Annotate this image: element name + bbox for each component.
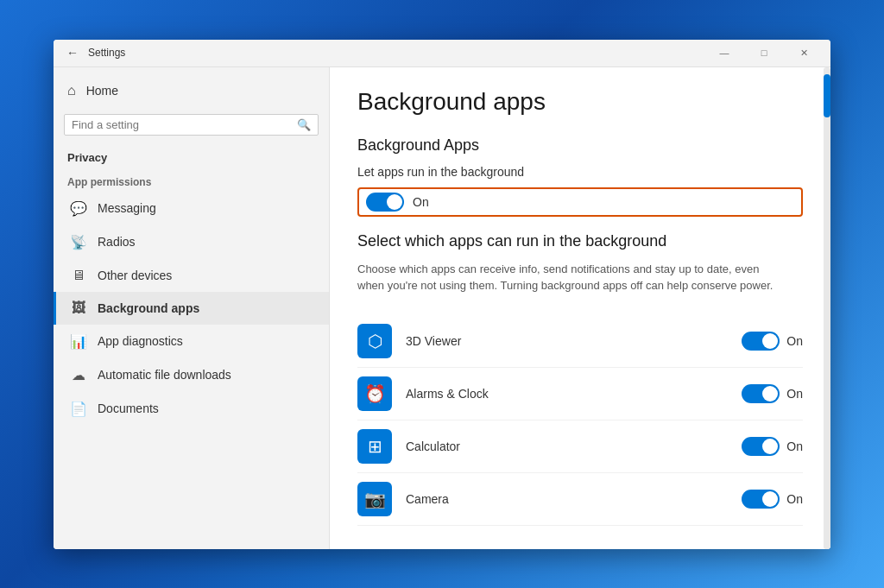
- auto-downloads-icon: ☁: [70, 367, 87, 383]
- app-row-calculator: ⊞ Calculator On: [357, 420, 803, 473]
- titlebar: ← Settings — □ ✕: [54, 40, 830, 67]
- sidebar-item-documents[interactable]: 📄 Documents: [54, 392, 329, 426]
- privacy-section-label: Privacy: [54, 142, 329, 166]
- scrollbar-thumb: [824, 74, 830, 117]
- search-input[interactable]: [72, 118, 297, 131]
- select-apps-section-title: Select which apps can run in the backgro…: [357, 232, 803, 250]
- calculator-toggle-state: On: [786, 439, 803, 453]
- alarms-clock-toggle[interactable]: [742, 384, 780, 403]
- alarms-clock-toggle-row: On: [742, 384, 803, 403]
- app-name-alarms-clock: Alarms & Clock: [406, 387, 742, 401]
- camera-toggle-row: On: [742, 490, 803, 509]
- toggle-description-label: Let apps run in the background: [357, 165, 803, 179]
- app-diagnostics-icon: 📊: [70, 333, 87, 350]
- sidebar-item-background-apps[interactable]: 🖼 Background apps: [54, 292, 329, 325]
- radios-label: Radios: [98, 235, 136, 249]
- calculator-toggle-row: On: [742, 437, 803, 456]
- app-diagnostics-label: App diagnostics: [98, 334, 183, 348]
- 3d-viewer-icon: ⬡: [357, 324, 392, 358]
- toggle-knob: [762, 333, 778, 349]
- toggle-knob: [762, 439, 778, 454]
- sidebar-item-messaging[interactable]: 💬 Messaging: [54, 192, 329, 225]
- main-background-toggle[interactable]: [366, 193, 404, 212]
- home-icon: ⌂: [67, 83, 76, 98]
- app-row-camera: 📷 Camera On: [357, 473, 803, 526]
- search-icon: 🔍: [297, 118, 311, 131]
- camera-toggle[interactable]: [742, 490, 780, 509]
- 3d-viewer-toggle[interactable]: [742, 332, 780, 351]
- alarms-clock-toggle-state: On: [786, 387, 803, 401]
- toggle-knob: [762, 491, 778, 507]
- main-content: Background apps Background Apps Let apps…: [330, 67, 830, 549]
- background-apps-icon: 🖼: [70, 300, 87, 316]
- app-name-3d-viewer: 3D Viewer: [406, 334, 742, 348]
- 3d-viewer-toggle-state: On: [786, 334, 803, 348]
- 3d-viewer-toggle-row: On: [742, 332, 803, 351]
- back-button[interactable]: ←: [60, 41, 85, 65]
- toggle-knob: [387, 194, 402, 210]
- window-controls: — □ ✕: [704, 40, 824, 67]
- documents-label: Documents: [98, 401, 159, 415]
- app-permissions-label: App permissions: [54, 166, 329, 192]
- calculator-toggle[interactable]: [742, 437, 780, 456]
- other-devices-label: Other devices: [98, 269, 172, 282]
- close-button[interactable]: ✕: [784, 40, 824, 67]
- app-name-calculator: Calculator: [406, 439, 742, 453]
- auto-downloads-label: Automatic file downloads: [98, 368, 231, 382]
- main-toggle-highlighted: On: [357, 187, 803, 217]
- settings-window: ← Settings — □ ✕ ⌂ Home 🔍 Privacy App: [54, 40, 830, 549]
- app-row-3d-viewer: ⬡ 3D Viewer On: [357, 315, 803, 368]
- sidebar-item-automatic-file-downloads[interactable]: ☁ Automatic file downloads: [54, 358, 329, 392]
- scrollbar[interactable]: [824, 67, 830, 549]
- messaging-icon: 💬: [70, 200, 87, 217]
- camera-icon: 📷: [357, 482, 392, 516]
- alarms-clock-icon: ⏰: [357, 376, 392, 411]
- maximize-button[interactable]: □: [744, 40, 784, 67]
- background-apps-label: Background apps: [98, 301, 199, 315]
- background-apps-section-title: Background Apps: [357, 136, 803, 155]
- sidebar-item-home[interactable]: ⌂ Home: [54, 74, 329, 107]
- page-title: Background apps: [357, 88, 803, 116]
- toggle-knob: [762, 386, 778, 401]
- sidebar: ⌂ Home 🔍 Privacy App permissions 💬 Messa…: [54, 67, 330, 549]
- messaging-label: Messaging: [98, 201, 156, 215]
- camera-toggle-state: On: [786, 492, 803, 506]
- home-label: Home: [86, 84, 118, 98]
- documents-icon: 📄: [70, 401, 87, 417]
- calculator-icon: ⊞: [357, 429, 392, 464]
- back-icon: ←: [66, 46, 79, 60]
- sidebar-item-other-devices[interactable]: 🖥 Other devices: [54, 259, 329, 292]
- titlebar-title: Settings: [88, 47, 704, 59]
- sidebar-item-radios[interactable]: 📡 Radios: [54, 225, 329, 259]
- search-box[interactable]: 🔍: [64, 114, 319, 136]
- apps-description-text: Choose which apps can receive info, send…: [357, 261, 789, 294]
- radios-icon: 📡: [70, 234, 87, 250]
- main-toggle-state: On: [413, 195, 429, 209]
- app-name-camera: Camera: [406, 492, 742, 506]
- minimize-button[interactable]: —: [704, 40, 744, 67]
- sidebar-item-app-diagnostics[interactable]: 📊 App diagnostics: [54, 325, 329, 358]
- content-area: ⌂ Home 🔍 Privacy App permissions 💬 Messa…: [54, 67, 830, 549]
- app-row-alarms-clock: ⏰ Alarms & Clock On: [357, 368, 803, 420]
- other-devices-icon: 🖥: [70, 268, 87, 283]
